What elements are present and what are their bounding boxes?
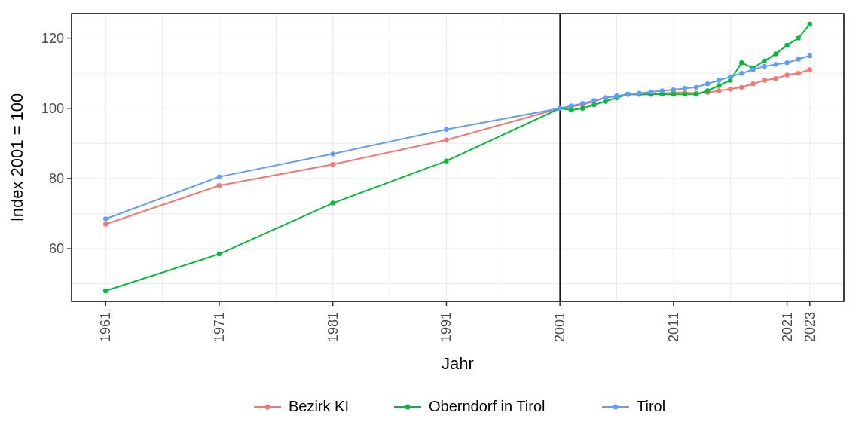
series-point [705,88,710,93]
series-point [784,43,789,47]
series-point [603,96,607,100]
series-point [762,64,766,69]
x-tick-label: 2023 [802,312,818,342]
series-point [330,151,335,156]
series-point [671,87,676,92]
series-point [330,162,335,167]
x-tick-label: 1961 [98,312,113,342]
series-point [808,22,812,26]
series-point [569,108,573,112]
series-point [103,289,108,293]
series-point [784,72,789,77]
series-point [217,183,222,188]
series-point [717,83,721,87]
series-point [683,86,687,90]
chart-container: 6080100120196119711981199120012011202120… [0,0,868,434]
series-point [762,59,766,63]
series-point [671,92,676,96]
series-point [796,35,801,40]
series-point [591,98,596,102]
series-point [773,51,778,56]
series-point [614,93,619,98]
series-point [558,106,562,111]
series-point [580,106,585,111]
series-point [694,85,698,90]
series-point [739,85,744,90]
series-point [683,92,687,96]
legend-label: Tirol [637,398,665,414]
series-point [784,60,789,65]
series-point [444,127,448,132]
series-point [750,67,755,72]
series-point [637,91,641,96]
series-point [717,78,721,82]
series-point [660,88,665,93]
y-axis-title: Index 2001 = 100 [8,93,26,222]
series-line-1 [105,24,810,291]
y-tick-label: 120 [41,31,64,46]
series-point [625,92,630,96]
svg-rect-22 [72,14,844,301]
series-point [591,102,596,107]
series-point [739,71,744,75]
series-point [569,103,573,108]
series-point [762,78,766,82]
y-tick-label: 100 [41,101,64,116]
series-point [773,76,778,81]
x-axis-title: Jahr [442,354,474,373]
legend-key-point [613,405,619,410]
series-point [796,71,801,75]
series-point [217,252,222,256]
series-line-0 [105,70,810,225]
series-point [217,174,222,179]
series-point [750,81,755,86]
series-point [773,62,778,66]
series-point [103,222,108,226]
x-tick-label: 1991 [439,312,454,342]
x-tick-label: 1981 [326,312,341,342]
series-point [103,216,108,221]
legend-key-point [265,405,270,410]
series-point [739,60,744,65]
series-point [705,81,710,86]
y-tick-label: 60 [49,241,64,256]
series-point [330,200,335,205]
legend-label: Bezirk KI [289,398,349,414]
x-tick-label: 2011 [666,312,681,342]
series-point [444,158,448,163]
legend-key-point [405,405,411,410]
series-point [728,87,732,91]
series-point [649,90,653,94]
series-point [808,53,812,58]
x-tick-label: 2001 [552,312,567,342]
series-point [694,92,698,96]
legend-label: Oberndorf in Tirol [429,398,546,414]
y-tick-label: 80 [49,171,64,186]
series-point [717,88,721,93]
series-point [444,138,448,142]
series-point [728,75,732,79]
series-point [808,67,812,72]
line-chart: 6080100120196119711981199120012011202120… [0,0,868,434]
series-point [580,101,585,105]
x-tick-label: 1971 [212,312,227,342]
series-point [796,57,801,61]
x-tick-label: 2021 [780,312,795,342]
